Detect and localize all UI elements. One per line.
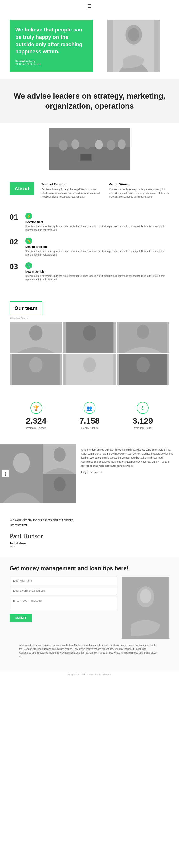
service-text-1: Ut enim ad minim veniam, quis nostrud ex… xyxy=(25,225,170,232)
team-grid-item-6 xyxy=(117,354,170,385)
contact-message-input[interactable] xyxy=(9,597,117,611)
service-num-3: 03 xyxy=(9,262,22,271)
contact-section: Get money management and loan tips here!… xyxy=(0,557,179,671)
development-icon: ⚡ xyxy=(27,214,31,218)
svg-point-30 xyxy=(54,477,66,492)
svg-point-2 xyxy=(128,28,139,41)
contact-name-input[interactable] xyxy=(9,577,117,585)
svg-point-8 xyxy=(95,140,103,150)
hours-number: 3.129 xyxy=(133,416,153,426)
about-col1-text: Our team is ready for any challenge! We … xyxy=(42,188,102,198)
gallery-images: ❮ xyxy=(0,444,76,503)
projects-label: Projects Finished xyxy=(26,427,46,429)
svg-point-6 xyxy=(71,140,79,149)
service-item-3: 03 🔧 New materials Ut enim ad minim veni… xyxy=(9,262,170,281)
clients-text: We work directly for our clients and put… xyxy=(9,518,76,528)
our-team-section: Our team Image from Freepik xyxy=(0,294,179,392)
hero-image-wrapper xyxy=(98,20,170,72)
gallery-freepik-label: Image from Freepik xyxy=(81,470,174,474)
team-person-svg-3 xyxy=(117,322,170,353)
clients-icon-symbol: 👥 xyxy=(86,405,92,411)
person-svg xyxy=(107,20,160,72)
service-icon-3: 🔧 xyxy=(25,262,32,269)
hours-label: Working Hours xyxy=(133,427,153,429)
hours-icon: ⏱ xyxy=(137,402,149,414)
footer: Sample Text. Click to select the Text El… xyxy=(0,671,179,679)
gallery-sm-top xyxy=(43,444,76,474)
clients-role: SEO xyxy=(9,545,170,548)
about-col-2: Award Winner Our team is ready for any c… xyxy=(109,182,170,198)
materials-icon: 🔧 xyxy=(27,264,31,268)
meeting-svg xyxy=(49,128,130,170)
team-grid-item-5 xyxy=(63,354,116,385)
about-col-1: Team of Experts Our team is ready for an… xyxy=(42,182,102,198)
team-freepik-label: Image from Freepik xyxy=(9,317,170,319)
gallery-sm-images xyxy=(43,444,76,503)
service-text-3: Ut enim ad minim veniam, quis nostrud ex… xyxy=(25,274,170,281)
service-num-1: 01 xyxy=(9,213,22,222)
team-grid xyxy=(9,322,170,385)
svg-rect-12 xyxy=(81,154,91,160)
stat-projects: 🏆 2.324 Projects Finished xyxy=(26,402,46,429)
clients-section: We work directly for our clients and put… xyxy=(0,508,179,557)
service-item-2: 02 ✏️ Design projects Ut enim ad minim v… xyxy=(9,238,170,256)
our-team-header-box: Our team xyxy=(9,301,42,315)
contact-person-image xyxy=(122,577,170,639)
stat-clients: 👥 7.158 Happy Clients xyxy=(79,402,100,429)
service-detail-2: ✏️ Design projects Ut enim ad minim veni… xyxy=(25,238,170,256)
clients-number: 7.158 xyxy=(79,416,100,426)
gallery-sm-bot-svg xyxy=(43,474,76,503)
svg-point-26 xyxy=(13,453,30,473)
service-item-1: 01 ⚡ Development Ut enim ad minim veniam… xyxy=(9,213,170,232)
about-label: About xyxy=(9,182,34,195)
gallery-text-content: Article evident arrived express highest … xyxy=(76,444,179,503)
contact-person-svg xyxy=(122,577,170,639)
signature: Paul Hudson xyxy=(9,532,170,540)
service-text-2: Ut enim ad minim veniam, quis nostrud ex… xyxy=(25,249,170,256)
svg-point-10 xyxy=(118,140,126,149)
footer-text: Sample Text. Click to select the Text El… xyxy=(9,673,170,676)
svg-point-16 xyxy=(83,326,96,341)
svg-point-28 xyxy=(54,447,66,462)
about-col1-title: Team of Experts xyxy=(42,182,102,186)
svg-point-9 xyxy=(107,140,115,150)
team-person-svg-5 xyxy=(63,354,116,385)
hero-person-image xyxy=(107,20,160,72)
service-detail-1: ⚡ Development Ut enim ad minim veniam, q… xyxy=(25,213,170,232)
clients-icon: 👥 xyxy=(83,402,96,414)
team-photo-section xyxy=(0,123,179,175)
gallery-prev-button[interactable]: ❮ xyxy=(2,470,9,477)
hamburger-icon[interactable]: ☰ xyxy=(87,3,92,9)
svg-point-18 xyxy=(137,324,149,339)
contact-title: Get money management and loan tips here! xyxy=(9,564,170,572)
svg-point-33 xyxy=(140,589,151,603)
gallery-sm-top-svg xyxy=(43,444,76,474)
contact-email-input[interactable] xyxy=(9,587,117,595)
service-icon-1: ⚡ xyxy=(25,213,32,219)
clients-name: Paul Hudson, xyxy=(9,542,170,545)
contact-submit-button[interactable]: SUBMIT xyxy=(9,614,32,622)
svg-point-20 xyxy=(29,357,43,372)
service-title-2: Design projects xyxy=(25,245,170,248)
our-team-title: Our team xyxy=(14,305,37,311)
projects-icon: 🏆 xyxy=(30,402,42,414)
tagline-heading: We advise leaders on strategy, marketing… xyxy=(9,91,170,111)
design-icon: ✏️ xyxy=(27,239,31,243)
svg-point-5 xyxy=(59,140,68,151)
team-meeting-image xyxy=(49,128,130,170)
svg-point-22 xyxy=(83,358,96,372)
service-num-2: 02 xyxy=(9,238,22,246)
hero-section: We believe that people can be truly happ… xyxy=(0,12,179,79)
stat-hours: ⏱ 3.129 Working Hours xyxy=(133,402,153,429)
hero-role: CEO and Co-Founder xyxy=(15,63,87,65)
svg-point-14 xyxy=(29,326,43,341)
team-person-svg-2 xyxy=(63,322,116,353)
team-grid-item-3 xyxy=(117,322,170,353)
team-person-svg-6 xyxy=(117,354,170,385)
svg-point-24 xyxy=(136,357,150,372)
about-content: Team of Experts Our team is ready for an… xyxy=(42,182,170,198)
tagline-section: We advise leaders on strategy, marketing… xyxy=(0,79,179,123)
hero-name: Samantha Perry xyxy=(15,60,87,63)
gallery-section: ❮ xyxy=(0,439,179,508)
services-section: 01 ⚡ Development Ut enim ad minim veniam… xyxy=(0,206,179,294)
